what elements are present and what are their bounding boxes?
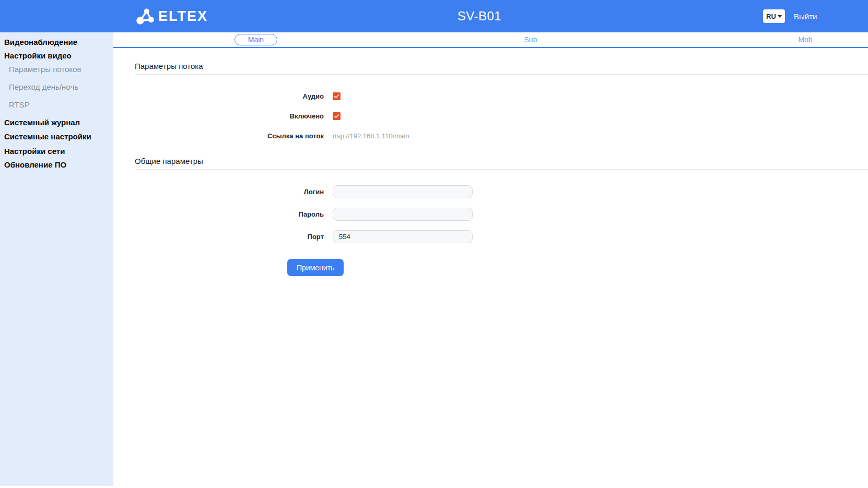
sidebar-item-system-log[interactable]: Системный журнал [0, 116, 113, 129]
password-row: Пароль [113, 203, 868, 225]
enabled-checkbox[interactable] [333, 112, 341, 120]
sidebar-item-system-settings[interactable]: Системные настройки [0, 130, 113, 144]
sidebar-item-stream-parameters[interactable]: Параметры потоков [0, 63, 113, 76]
login-row: Логин [113, 181, 868, 203]
stream-link-value: rtsp://192.168.1.110/main [333, 132, 409, 140]
login-label: Логин [113, 188, 324, 196]
stream-section-title: Параметры потока [135, 62, 868, 75]
chevron-down-icon [778, 15, 782, 18]
stream-section-rows: Аудио Включено [113, 86, 868, 146]
eltex-logo-wordmark: ELTEX [158, 9, 208, 23]
main-layout: Видеонаблюдение Настройки видео Параметр… [0, 32, 868, 486]
sidebar-item-video-surveillance[interactable]: Видеонаблюдение [0, 35, 113, 49]
port-input[interactable] [333, 230, 473, 243]
sidebar-item-firmware-update[interactable]: Обновление ПО [0, 158, 113, 172]
tabs-track: Main Sub Mob [119, 32, 868, 47]
content-area: Main Sub Mob Параметры потока Аудио [113, 32, 868, 486]
audio-checkbox[interactable] [333, 92, 341, 100]
logout-link[interactable]: Выйти [794, 12, 817, 21]
check-icon [334, 93, 339, 99]
language-select[interactable]: RU [763, 9, 785, 23]
tab-sub[interactable]: Sub [519, 34, 543, 45]
enabled-row: Включено [113, 106, 868, 126]
language-select-value: RU [766, 13, 776, 20]
general-section-rows: Логин Пароль Порт [113, 181, 868, 248]
port-label: Порт [113, 233, 324, 241]
tab-cell-sub: Sub [393, 32, 668, 47]
stream-tabbar: Main Sub Mob [113, 32, 868, 48]
enabled-label: Включено [113, 112, 324, 120]
password-input[interactable] [333, 208, 473, 221]
audio-row: Аудио [113, 86, 868, 106]
password-label: Пароль [113, 210, 324, 218]
sidebar-item-rtsp[interactable]: RTSP [0, 98, 113, 112]
sidebar-item-day-night[interactable]: Переход день/ночь [0, 80, 113, 94]
port-row: Порт [113, 225, 868, 248]
check-icon [334, 113, 339, 119]
general-section-title: Общие параметры [135, 157, 868, 170]
app-header: ELTEX SV-B01 RU Выйти [0, 0, 868, 32]
apply-button[interactable]: Применить [287, 259, 344, 276]
stream-link-row: Ссылка на поток rtsp://192.168.1.110/mai… [113, 126, 868, 146]
device-title: SV-B01 [458, 9, 501, 23]
sidebar-item-network-settings[interactable]: Настройки сети [0, 145, 113, 158]
sidebar-item-video-settings[interactable]: Настройки видео [0, 49, 113, 63]
tab-cell-mob: Mob [668, 32, 868, 47]
eltex-logo-icon [135, 7, 155, 26]
tab-main[interactable]: Main [234, 34, 277, 45]
tab-cell-main: Main [119, 32, 393, 47]
eltex-logo: ELTEX [135, 7, 208, 26]
audio-label: Аудио [113, 92, 324, 100]
login-input[interactable] [333, 185, 473, 198]
stream-link-label: Ссылка на поток [113, 132, 324, 140]
sidebar: Видеонаблюдение Настройки видео Параметр… [0, 32, 113, 486]
tab-mob[interactable]: Mob [793, 34, 817, 45]
